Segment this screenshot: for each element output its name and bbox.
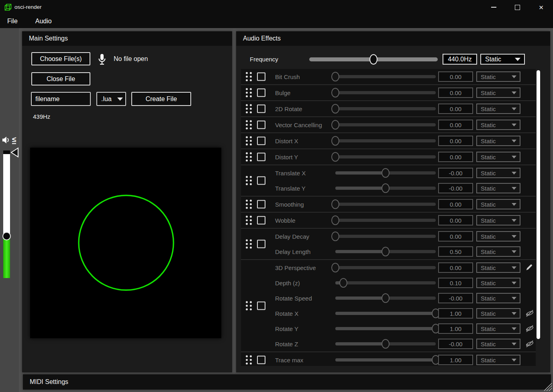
maximize-button[interactable] <box>506 0 529 14</box>
effect-mode-dropdown[interactable]: Static <box>476 71 520 82</box>
effect-value-box[interactable]: 1.00 <box>438 323 473 334</box>
effect-slider[interactable] <box>335 358 436 362</box>
effect-slider-track[interactable] <box>335 235 436 238</box>
resize-grip-icon[interactable] <box>542 381 552 391</box>
effect-slider-thumb[interactable] <box>382 339 390 349</box>
effect-slider[interactable] <box>335 139 436 142</box>
effect-mode-dropdown[interactable]: Static <box>476 323 520 334</box>
effect-mode-dropdown[interactable]: Static <box>476 120 520 130</box>
close-file-button[interactable]: Close File <box>31 72 90 85</box>
effect-mode-dropdown[interactable]: Static <box>476 104 520 114</box>
effect-value-box[interactable]: -0.00 <box>438 339 473 349</box>
effect-value-box[interactable]: 0.00 <box>438 262 473 273</box>
title-bar[interactable]: osci-render ✕ <box>0 0 553 14</box>
effect-slider-thumb[interactable] <box>331 215 339 225</box>
effect-slider-track[interactable] <box>335 91 436 94</box>
midi-settings-header[interactable]: MIDI Settings <box>23 374 551 390</box>
close-button[interactable]: ✕ <box>529 0 553 14</box>
effect-slider[interactable] <box>335 219 436 222</box>
effect-slider[interactable] <box>335 75 436 78</box>
rotate-axis-icon[interactable] <box>525 339 534 348</box>
effect-mode-dropdown[interactable]: Static <box>476 246 520 257</box>
effect-slider-thumb[interactable] <box>331 136 339 146</box>
effect-slider-track[interactable] <box>335 75 436 78</box>
filename-input[interactable] <box>31 92 91 106</box>
effect-slider[interactable] <box>335 235 436 238</box>
frequency-mode-dropdown[interactable]: Static <box>480 54 525 65</box>
effect-slider[interactable] <box>335 250 436 253</box>
menu-file[interactable]: File <box>3 16 22 26</box>
effect-slider-thumb[interactable] <box>382 247 390 256</box>
effect-mode-dropdown[interactable]: Static <box>476 355 520 365</box>
effect-mode-dropdown[interactable]: Static <box>476 183 520 193</box>
effect-value-box[interactable]: 0.10 <box>438 278 473 288</box>
effect-mode-dropdown[interactable]: Static <box>476 168 520 178</box>
effect-mode-dropdown[interactable]: Static <box>476 199 520 209</box>
effect-slider-track[interactable] <box>335 139 436 142</box>
effect-mode-dropdown[interactable]: Static <box>476 278 520 288</box>
effect-slider[interactable] <box>335 266 436 269</box>
effect-slider-track[interactable] <box>335 203 436 206</box>
effect-slider-thumb[interactable] <box>339 278 347 288</box>
effect-value-box[interactable]: 0.00 <box>438 215 473 225</box>
effect-value-box[interactable]: 0.00 <box>438 152 473 162</box>
effect-value-box[interactable]: 0.00 <box>438 136 473 146</box>
effect-slider-thumb[interactable] <box>382 293 390 303</box>
file-extension-dropdown[interactable]: .lua <box>96 92 126 106</box>
pencil-icon[interactable] <box>525 263 534 272</box>
rotate-axis-icon[interactable] <box>525 324 534 333</box>
effect-slider-track[interactable] <box>335 107 436 110</box>
effect-slider[interactable] <box>335 171 436 175</box>
effect-slider[interactable] <box>335 203 436 206</box>
effect-value-box[interactable]: 0.00 <box>438 120 473 130</box>
effect-slider-thumb[interactable] <box>331 152 339 162</box>
effect-slider-track[interactable] <box>335 266 436 269</box>
effect-value-box[interactable]: -0.00 <box>438 183 473 193</box>
effect-value-box[interactable]: 0.00 <box>438 104 473 114</box>
effect-value-box[interactable]: 0.00 <box>438 71 473 82</box>
effect-slider[interactable] <box>335 327 436 330</box>
effect-slider-thumb[interactable] <box>331 199 339 209</box>
effect-slider-track[interactable] <box>335 123 436 126</box>
effect-slider[interactable] <box>335 297 436 300</box>
effect-slider-thumb[interactable] <box>331 120 339 130</box>
volume-slider[interactable] <box>3 150 10 278</box>
effect-value-box[interactable]: 1.00 <box>438 355 473 365</box>
effects-scrollbar[interactable] <box>537 70 540 339</box>
effect-mode-dropdown[interactable]: Static <box>476 152 520 162</box>
effect-mode-dropdown[interactable]: Static <box>476 87 520 98</box>
menu-audio[interactable]: Audio <box>31 16 56 26</box>
choose-files-button[interactable]: Choose File(s) <box>31 52 90 65</box>
effect-mode-dropdown[interactable]: Static <box>476 136 520 146</box>
effect-slider-thumb[interactable] <box>331 104 339 114</box>
effect-slider[interactable] <box>335 91 436 94</box>
effect-value-box[interactable]: -0.00 <box>438 168 473 178</box>
threshold-icon[interactable]: ≤ <box>12 136 16 144</box>
effect-value-box[interactable]: 0.50 <box>438 246 473 257</box>
effect-slider-thumb[interactable] <box>331 232 339 241</box>
effect-slider[interactable] <box>335 281 436 284</box>
volume-thumb[interactable] <box>2 232 11 240</box>
effect-value-box[interactable]: 0.00 <box>438 199 473 209</box>
effect-mode-dropdown[interactable]: Static <box>476 262 520 273</box>
frequency-slider-thumb[interactable] <box>369 54 378 65</box>
effect-slider[interactable] <box>335 187 436 190</box>
effect-slider-thumb[interactable] <box>382 183 390 193</box>
effect-slider[interactable] <box>335 107 436 110</box>
effect-mode-dropdown[interactable]: Static <box>476 339 520 349</box>
effect-slider-track[interactable] <box>335 281 436 284</box>
effect-slider-thumb[interactable] <box>382 168 390 178</box>
effect-value-box[interactable]: -0.00 <box>438 293 473 303</box>
effect-mode-dropdown[interactable]: Static <box>476 308 520 319</box>
effect-slider-thumb[interactable] <box>331 72 339 81</box>
effect-mode-dropdown[interactable]: Static <box>476 231 520 242</box>
effect-mode-dropdown[interactable]: Static <box>476 293 520 303</box>
effect-value-box[interactable]: 1.00 <box>438 308 473 319</box>
effect-value-box[interactable]: 0.00 <box>438 231 473 242</box>
effect-slider[interactable] <box>335 123 436 126</box>
effect-slider-track[interactable] <box>335 155 436 158</box>
rotate-axis-icon[interactable] <box>525 309 534 318</box>
frequency-slider[interactable] <box>309 57 438 62</box>
microphone-icon[interactable] <box>98 53 106 65</box>
frequency-value-box[interactable]: 440.0Hz <box>443 54 477 65</box>
